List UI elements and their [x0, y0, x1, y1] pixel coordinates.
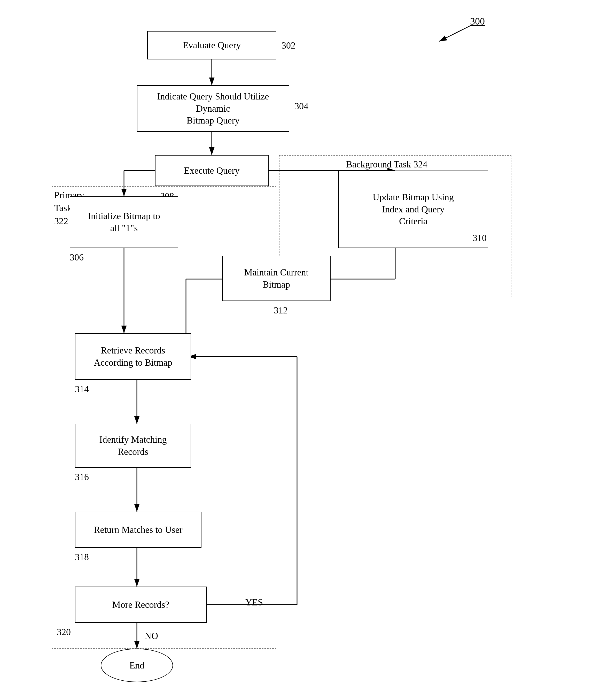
background-task-label: Background Task 324 [346, 159, 428, 170]
ref-312: 312 [274, 305, 288, 316]
more-records-box: More Records? [75, 587, 207, 623]
ref-306: 306 [70, 252, 84, 263]
indicate-query-box: Indicate Query Should Utilize DynamicBit… [137, 85, 289, 132]
ref-302: 302 [282, 40, 296, 51]
yes-label: YES [245, 597, 263, 608]
svg-line-18 [439, 26, 470, 41]
execute-query-box: Execute Query [155, 155, 269, 186]
update-bitmap-box: Update Bitmap UsingIndex and QueryCriter… [338, 170, 488, 248]
ref-318: 318 [75, 552, 89, 563]
ref-316: 316 [75, 472, 89, 482]
ref-arrow [423, 21, 475, 47]
primary-task-region [52, 186, 277, 649]
ref-320: 320 [57, 627, 71, 638]
identify-matching-box: Identify MatchingRecords [75, 424, 191, 468]
maintain-bitmap-box: Maintain CurrentBitmap [222, 256, 330, 301]
return-matches-box: Return Matches to User [75, 512, 202, 548]
end-oval: End [101, 649, 173, 682]
retrieve-records-box: Retrieve RecordsAccording to Bitmap [75, 333, 191, 380]
ref-304: 304 [294, 101, 308, 112]
ref-310: 310 [473, 233, 487, 243]
flowchart-diagram: 300 Evaluate Query 302 Indicate Query Sh… [0, 0, 608, 700]
no-label: NO [145, 630, 158, 641]
ref-314: 314 [75, 384, 89, 394]
evaluate-query-box: Evaluate Query [147, 31, 277, 59]
initialize-bitmap-box: Initialize Bitmap toall "1"s [70, 196, 178, 248]
